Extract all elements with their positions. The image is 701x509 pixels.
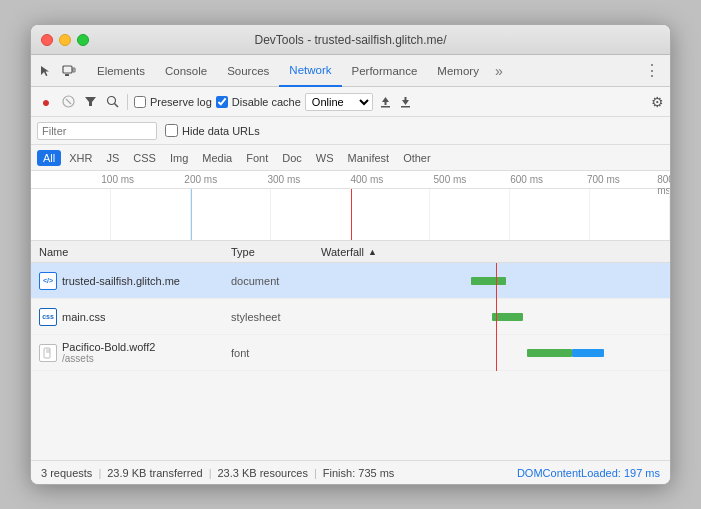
tab-network[interactable]: Network — [279, 55, 341, 87]
waterfall-timeline: 100 ms 200 ms 300 ms 400 ms 500 ms 600 m… — [31, 171, 670, 241]
disable-cache-label: Disable cache — [232, 96, 301, 108]
sort-arrow-icon: ▲ — [368, 247, 377, 257]
waterfall-bar — [471, 277, 506, 285]
row-name: main.css — [62, 311, 105, 323]
type-filter-css[interactable]: CSS — [127, 150, 162, 166]
row-waterfall — [321, 299, 670, 335]
throttle-select[interactable]: Online Fast 3G Slow 3G Offline — [305, 93, 373, 111]
download-icon[interactable] — [397, 93, 415, 111]
tick-100ms: 100 ms — [101, 174, 134, 185]
devtools-window: DevTools - trusted-sailfish.glitch.me/ E… — [30, 24, 671, 485]
svg-marker-0 — [41, 66, 49, 76]
tab-elements[interactable]: Elements — [87, 55, 155, 87]
type-filter-ws[interactable]: WS — [310, 150, 340, 166]
header-waterfall[interactable]: Waterfall ▲ — [321, 246, 670, 258]
row-name-cell: </> trusted-sailfish.glitch.me — [31, 272, 231, 290]
tick-300ms: 300 ms — [267, 174, 300, 185]
svg-line-8 — [114, 104, 118, 108]
maximize-button[interactable] — [77, 34, 89, 46]
window-title: DevTools - trusted-sailfish.glitch.me/ — [254, 33, 446, 47]
title-bar: DevTools - trusted-sailfish.glitch.me/ — [31, 25, 670, 55]
device-icon[interactable] — [59, 61, 79, 81]
svg-marker-9 — [382, 97, 389, 102]
html-icon: </> — [39, 272, 57, 290]
status-bar: 3 requests | 23.9 KB transferred | 23.3 … — [31, 460, 670, 484]
hide-data-urls-label: Hide data URLs — [182, 125, 260, 137]
table-row[interactable]: css main.css stylesheet — [31, 299, 670, 335]
filter-input[interactable] — [37, 122, 157, 140]
type-filter-other[interactable]: Other — [397, 150, 437, 166]
svg-point-7 — [107, 97, 115, 105]
import-export-group — [377, 93, 415, 111]
svg-line-5 — [66, 99, 71, 104]
row-type: font — [231, 347, 321, 359]
header-name[interactable]: Name — [31, 246, 231, 258]
tick-700ms: 700 ms — [587, 174, 620, 185]
minimize-button[interactable] — [59, 34, 71, 46]
tab-console[interactable]: Console — [155, 55, 217, 87]
row-name-sub: /assets — [62, 353, 155, 364]
type-filter-all[interactable]: All — [37, 150, 61, 166]
type-filter-img[interactable]: Img — [164, 150, 194, 166]
tick-400ms: 400 ms — [351, 174, 384, 185]
upload-icon[interactable] — [377, 93, 395, 111]
search-icon[interactable] — [103, 93, 121, 111]
toolbar: ● Preserve log Disable cache Online Fast — [31, 87, 670, 117]
filter-icon[interactable] — [81, 93, 99, 111]
type-filter-media[interactable]: Media — [196, 150, 238, 166]
timeline-dcl-line — [191, 189, 192, 241]
svg-rect-13 — [405, 97, 407, 100]
type-filter-manifest[interactable]: Manifest — [342, 150, 396, 166]
preserve-log-checkbox[interactable] — [134, 96, 146, 108]
svg-rect-11 — [381, 106, 390, 108]
type-filter-doc[interactable]: Doc — [276, 150, 308, 166]
tab-icons — [35, 61, 79, 81]
header-type[interactable]: Type — [231, 246, 321, 258]
type-filter-font[interactable]: Font — [240, 150, 274, 166]
hide-data-urls-checkbox[interactable] — [165, 124, 178, 137]
cursor-icon[interactable] — [35, 61, 55, 81]
tick-600ms: 600 ms — [510, 174, 543, 185]
tab-more-button[interactable]: » — [489, 63, 509, 79]
stop-button[interactable] — [59, 93, 77, 111]
svg-marker-6 — [85, 97, 96, 106]
disable-cache-group: Disable cache — [216, 96, 301, 108]
row-name-cell: Pacifico-Bold.woff2 /assets — [31, 341, 231, 364]
row-name-stack: main.css — [62, 311, 105, 323]
table-body: </> trusted-sailfish.glitch.me document — [31, 263, 670, 460]
timeline-ruler: 100 ms 200 ms 300 ms 400 ms 500 ms 600 m… — [31, 171, 670, 189]
settings-icon[interactable]: ⚙ — [651, 94, 664, 110]
type-filter-xhr[interactable]: XHR — [63, 150, 98, 166]
waterfall-red-line — [496, 263, 497, 299]
tab-bar: Elements Console Sources Network Perform… — [31, 55, 670, 87]
svg-rect-2 — [73, 68, 75, 72]
tab-memory[interactable]: Memory — [427, 55, 489, 87]
waterfall-red-line — [496, 335, 497, 371]
close-button[interactable] — [41, 34, 53, 46]
timeline-red-line — [351, 189, 352, 241]
status-domcontentloaded: DOMContentLoaded: 197 ms — [517, 467, 660, 479]
tick-500ms: 500 ms — [434, 174, 467, 185]
table-row[interactable]: </> trusted-sailfish.glitch.me document — [31, 263, 670, 299]
row-name: trusted-sailfish.glitch.me — [62, 275, 180, 287]
tab-sources[interactable]: Sources — [217, 55, 279, 87]
svg-rect-1 — [63, 66, 72, 73]
css-icon: css — [39, 308, 57, 326]
throttle-group: Online Fast 3G Slow 3G Offline — [305, 93, 373, 111]
record-button[interactable]: ● — [37, 93, 55, 111]
disable-cache-checkbox[interactable] — [216, 96, 228, 108]
table-row[interactable]: Pacifico-Bold.woff2 /assets font — [31, 335, 670, 371]
tab-performance[interactable]: Performance — [342, 55, 428, 87]
status-requests: 3 requests — [41, 467, 92, 479]
row-waterfall — [321, 335, 670, 371]
traffic-lights — [41, 34, 89, 46]
hide-data-urls-group: Hide data URLs — [165, 124, 260, 137]
svg-marker-12 — [402, 100, 409, 105]
type-filter-js[interactable]: JS — [100, 150, 125, 166]
preserve-log-group: Preserve log — [134, 96, 212, 108]
tab-menu-button[interactable]: ⋮ — [638, 61, 666, 80]
waterfall-bar-green — [527, 349, 572, 357]
type-filter-bar: All XHR JS CSS Img Media Font Doc WS Man… — [31, 145, 670, 171]
status-finish: Finish: 735 ms — [323, 467, 395, 479]
filter-bar: Hide data URLs — [31, 117, 670, 145]
